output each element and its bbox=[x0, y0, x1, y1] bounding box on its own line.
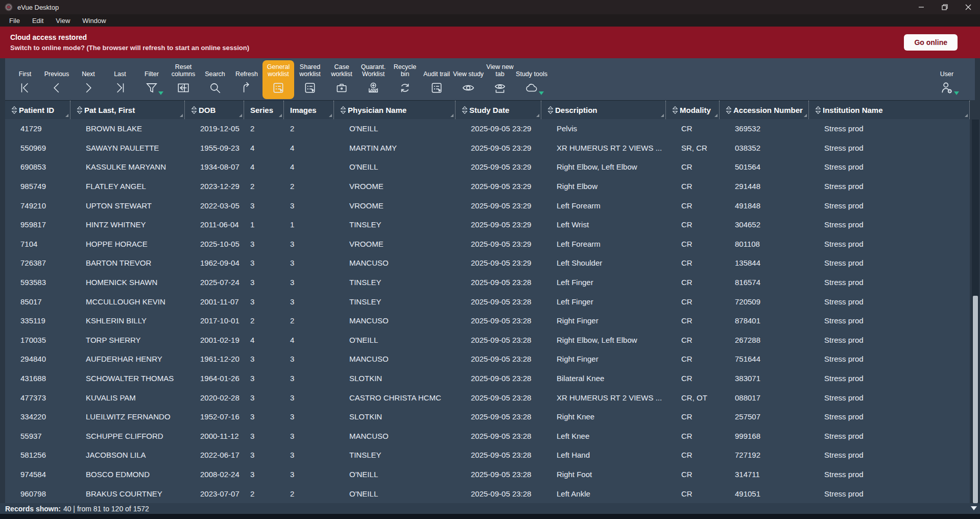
cell-institution-name: Stress prod bbox=[809, 258, 970, 267]
table-row[interactable]: 593583HOMENICK SHAWN2025-07-2433TINSLEY2… bbox=[5, 273, 970, 292]
table-row[interactable]: 726387BARTON TREVOR1962-09-0433MANCUSO20… bbox=[5, 253, 970, 273]
toolbar-button-label: Quarant. Worklist bbox=[357, 61, 389, 78]
restore-button[interactable] bbox=[933, 0, 957, 14]
menu-bar: FileEditViewWindow bbox=[0, 14, 980, 27]
menu-item-window[interactable]: Window bbox=[77, 16, 111, 26]
table-row[interactable]: 431688SCHOWALTER THOMAS1964-01-2633SLOTK… bbox=[5, 369, 970, 388]
cell-description: Pelvis bbox=[541, 124, 666, 133]
table-row[interactable]: 690853KASSULKE MARYANN1934-08-0744O'NEIL… bbox=[5, 157, 970, 177]
toolbar-button-search[interactable]: Search bbox=[199, 60, 231, 99]
cell-study-date: 2025-09-05 23:28 bbox=[456, 470, 541, 479]
column-header-modality[interactable]: Modality bbox=[666, 101, 720, 119]
cell-study-date: 2025-09-05 23:28 bbox=[456, 412, 541, 421]
menu-item-edit[interactable]: Edit bbox=[27, 16, 49, 26]
toolbar-button-case-worklist[interactable]: Case worklist bbox=[326, 60, 357, 99]
cell-description: Left Finger bbox=[541, 297, 666, 306]
toolbar-button-filter[interactable]: Filter bbox=[136, 60, 168, 99]
quarantine-worklist-icon bbox=[367, 79, 380, 97]
toolbar-button-quarant-worklist[interactable]: Quarant. Worklist bbox=[357, 60, 389, 99]
cell-description: Right Finger bbox=[541, 355, 666, 363]
cell-images: 3 bbox=[284, 297, 334, 306]
cell-modality: SR, CR bbox=[666, 144, 720, 152]
column-header-description[interactable]: Description bbox=[541, 101, 666, 119]
table-row[interactable]: 477373KUVALIS PAM2020-02-2833CASTRO CHRI… bbox=[5, 388, 970, 407]
cell-pat-last-first: MCCULLOUGH KEVIN bbox=[70, 297, 185, 306]
cell-pat-last-first: TORP SHERRY bbox=[70, 336, 185, 344]
cell-dob: 1934-08-07 bbox=[185, 162, 244, 171]
table-row[interactable]: 41729BROWN BLAKE2019-12-0522O'NEILL2025-… bbox=[5, 119, 970, 138]
minimize-button[interactable] bbox=[910, 0, 933, 14]
column-header-institution-name[interactable]: Institution Name bbox=[809, 101, 970, 119]
cell-images: 3 bbox=[284, 240, 334, 248]
cell-physician-name: SLOTKIN bbox=[334, 412, 456, 421]
toolbar-button-view-study[interactable]: View study bbox=[452, 60, 484, 99]
cell-physician-name: MANCUSO bbox=[334, 316, 456, 325]
table-body: 41729BROWN BLAKE2019-12-0522O'NEILL2025-… bbox=[5, 119, 970, 503]
cell-accession-number: 304652 bbox=[720, 220, 809, 229]
table-row[interactable]: 334220LUEILWITZ FERNANDO1952-07-1633SLOT… bbox=[5, 407, 970, 427]
column-header-label: Institution Name bbox=[823, 106, 883, 114]
table-row[interactable]: 985749FLATLEY ANGEL2023-12-2922VROOME202… bbox=[5, 177, 970, 196]
close-button[interactable] bbox=[957, 0, 980, 14]
toolbar-button-recycle-bin[interactable]: Recycle bin bbox=[389, 60, 421, 99]
toolbar-button-user[interactable]: User bbox=[929, 60, 965, 99]
table-row[interactable]: 7104HOPPE HORACE2025-10-0533VROOME2025-0… bbox=[5, 234, 970, 254]
cell-study-date: 2025-09-05 23:28 bbox=[456, 316, 541, 325]
banner-subtitle: Switch to online mode? (The browser will… bbox=[10, 44, 249, 52]
menu-item-file[interactable]: File bbox=[4, 16, 25, 26]
window-title: eVue Desktop bbox=[17, 4, 59, 11]
table-row[interactable]: 960798BRAKUS COURTNEY2023-07-0722O'NEILL… bbox=[5, 484, 970, 503]
table-row[interactable]: 581256JACOBSON LILA2022-06-1733TINSLEY20… bbox=[5, 445, 970, 465]
toolbar-button-first[interactable]: First bbox=[9, 60, 41, 99]
cell-pat-last-first: HOMENICK SHAWN bbox=[70, 278, 185, 287]
cell-modality: CR bbox=[666, 258, 720, 267]
table-row[interactable]: 55937SCHUPPE CLIFFORD2000-11-1233MANCUSO… bbox=[5, 427, 970, 446]
cell-institution-name: Stress prod bbox=[809, 393, 970, 402]
table-row[interactable]: 294840AUFDERHAR HENRY1961-12-2033MANCUSO… bbox=[5, 349, 970, 369]
toolbar-button-label: View study bbox=[453, 61, 484, 78]
cell-dob: 2023-12-29 bbox=[185, 182, 244, 191]
toolbar-button-last[interactable]: Last bbox=[104, 60, 136, 99]
column-header-series[interactable]: Series bbox=[244, 101, 284, 119]
column-header-study-date[interactable]: Study Date bbox=[456, 101, 541, 119]
toolbar-button-view-new-tab[interactable]: View new tab bbox=[484, 60, 516, 99]
cell-images: 2 bbox=[284, 316, 334, 325]
column-header-dob[interactable]: DOB bbox=[185, 101, 244, 119]
menu-item-view[interactable]: View bbox=[51, 16, 75, 26]
table-row[interactable]: 85017MCCULLOUGH KEVIN2001-11-0733TINSLEY… bbox=[5, 292, 970, 311]
cell-pat-last-first: HINTZ WHITNEY bbox=[70, 220, 185, 229]
toolbar-button-next[interactable]: Next bbox=[73, 60, 104, 99]
column-header-pat-last-first[interactable]: Pat Last, First bbox=[70, 101, 185, 119]
column-header-accession-number[interactable]: Accession Number bbox=[720, 101, 809, 119]
toolbar-button-refresh[interactable]: Refresh bbox=[231, 60, 262, 99]
table-row[interactable]: 974584BOSCO EDMOND2008-02-2433O'NEILL202… bbox=[5, 465, 970, 484]
cell-series: 3 bbox=[244, 470, 284, 479]
table-row[interactable]: 959817HINTZ WHITNEY2011-06-0411TINSLEY20… bbox=[5, 215, 970, 234]
table-row[interactable]: 749210UPTON STEWART2022-03-0533VROOME202… bbox=[5, 196, 970, 215]
toolbar-button-shared-worklist[interactable]: Shared worklist bbox=[294, 60, 326, 99]
vertical-scrollbar[interactable] bbox=[972, 120, 979, 503]
scroll-down-arrow-icon[interactable] bbox=[971, 506, 977, 510]
toolbar-button-audit-trail[interactable]: Audit trail bbox=[421, 60, 452, 99]
cell-institution-name: Stress prod bbox=[809, 412, 970, 421]
go-online-button[interactable]: Go online bbox=[904, 34, 958, 51]
toolbar-button-previous[interactable]: Previous bbox=[41, 60, 73, 99]
table-row[interactable]: 170035TORP SHERRY2001-02-1944O'NEILL2025… bbox=[5, 331, 970, 350]
toolbar-button-study-tools[interactable]: Study tools bbox=[516, 60, 547, 99]
column-header-images[interactable]: Images bbox=[284, 101, 334, 119]
cell-modality: CR bbox=[666, 355, 720, 363]
toolbar-button-reset-columns[interactable]: Reset columns bbox=[168, 60, 199, 99]
column-header-patient-id[interactable]: Patient ID bbox=[5, 101, 70, 119]
scrollbar-thumb[interactable] bbox=[973, 296, 978, 503]
cell-physician-name: TINSLEY bbox=[334, 297, 456, 306]
recycle-bin-icon bbox=[398, 79, 412, 97]
table-row[interactable]: 335119KSHLERIN BILLY2017-10-0122MANCUSO2… bbox=[5, 311, 970, 331]
cell-series: 2 bbox=[244, 316, 284, 325]
cell-patient-id: 593583 bbox=[5, 278, 70, 287]
toolbar-button-general-worklist[interactable]: General worklist bbox=[262, 60, 294, 99]
cell-patient-id: 959817 bbox=[5, 220, 70, 229]
column-header-physician-name[interactable]: Physician Name bbox=[334, 101, 456, 119]
table-row[interactable]: 550969SAWAYN PAULETTE1955-09-2344MARTIN … bbox=[5, 138, 970, 158]
cell-dob: 2008-02-24 bbox=[185, 470, 244, 479]
toolbar-button-label: Audit trail bbox=[423, 61, 450, 78]
